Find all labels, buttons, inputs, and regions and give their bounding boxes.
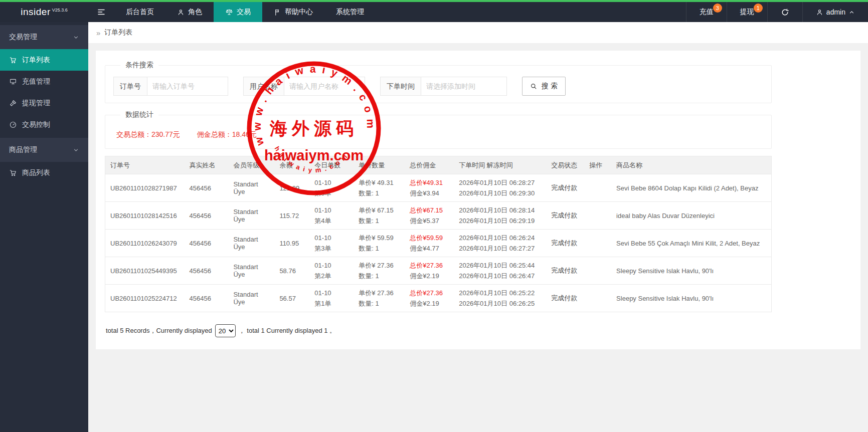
col-real-name: 真实姓名 <box>184 156 228 174</box>
withdraw-badge: 1 <box>754 4 763 13</box>
cell-balance: 110.95 <box>274 230 309 257</box>
sidebar-group-product-management[interactable]: 商品管理 <box>0 138 88 162</box>
user-menu[interactable]: admin <box>802 2 868 22</box>
col-today-orders: 今日单数 <box>309 156 354 174</box>
cell-member-level: Standart Üye <box>228 230 274 257</box>
pagination-suffix: ， total 1 Currently displayed 1 。 <box>239 326 336 335</box>
order-no-input[interactable] <box>147 77 228 96</box>
cell-total-commission: 总价¥49.31佣金¥3.94 <box>405 174 454 202</box>
chevron-down-icon <box>73 34 79 41</box>
cell-actions <box>584 174 611 202</box>
page-size-select[interactable]: 20 <box>215 324 236 337</box>
recharge-button[interactable]: 充值 3 <box>686 2 727 22</box>
cell-member-level: Standart Üye <box>228 174 274 202</box>
top-nav: 后台首页 角色 交易 帮助中心 系统管理 <box>114 2 376 22</box>
user-name-field-label: 用户名称 <box>243 77 284 96</box>
cell-real-name: 456456 <box>184 285 228 312</box>
cell-times: 2026年01月10日 06:28:142026年01月10日 06:29:19 <box>454 202 546 230</box>
pagination: total 5 Records，Currently displayed 20 ，… <box>105 324 772 337</box>
cell-times: 2026年01月10日 06:25:442026年01月10日 06:26:47 <box>454 257 546 285</box>
nav-dashboard-label: 后台首页 <box>126 8 154 17</box>
sidebar-item-label: 商品列表 <box>22 168 50 177</box>
table-row: UB2601101026243079 456456 Standart Üye 1… <box>105 230 772 257</box>
cell-actions <box>584 257 611 285</box>
cell-real-name: 456456 <box>184 174 228 202</box>
sidebar-item-order-list[interactable]: 订单列表 <box>0 49 88 71</box>
collapse-menu-button[interactable] <box>88 2 114 22</box>
search-panel-legend: 条件搜索 <box>120 61 158 70</box>
breadcrumb: » 订单列表 <box>88 22 868 44</box>
cell-product-name: Sleepy Sensitive Islak Havlu, 90'lı <box>611 257 771 285</box>
gauge-icon <box>9 121 17 129</box>
col-unit-qty: 单价数量 <box>354 156 405 174</box>
col-balance: 余额 <box>274 156 309 174</box>
cell-real-name: 456456 <box>184 257 228 285</box>
sidebar-group-trade-management[interactable]: 交易管理 <box>0 25 88 49</box>
cell-total-commission: 总价¥27.36佣金¥2.19 <box>405 285 454 312</box>
sidebar-item-label: 订单列表 <box>22 56 50 65</box>
nav-help-center[interactable]: 帮助中心 <box>262 2 324 22</box>
cell-total-commission: 总价¥27.36佣金¥2.19 <box>405 257 454 285</box>
recharge-badge: 3 <box>713 4 722 13</box>
search-icon <box>530 83 538 90</box>
order-time-input[interactable] <box>421 77 507 96</box>
withdraw-button[interactable]: 提现 1 <box>727 2 767 22</box>
recharge-label: 充值 <box>700 8 714 17</box>
cell-today-orders: 01-10第1单 <box>309 285 354 312</box>
user-name-field-group: 用户名称 <box>243 77 365 96</box>
cell-balance: 115.72 <box>274 202 309 230</box>
search-button[interactable]: 搜 索 <box>522 77 566 96</box>
cell-status: 完成付款 <box>546 285 584 312</box>
nav-trade[interactable]: 交易 <box>214 2 262 22</box>
total-trade-amount: 交易总额：230.77元 <box>116 130 180 139</box>
cell-status: 完成付款 <box>546 257 584 285</box>
scales-icon <box>225 8 233 16</box>
gavel-icon <box>9 99 17 107</box>
sidebar-item-recharge-management[interactable]: 充值管理 <box>0 71 88 92</box>
sidebar-item-withdraw-management[interactable]: 提现管理 <box>0 92 88 114</box>
total-commission-amount: 佣金总额：18.46元 <box>197 130 257 139</box>
table-header-row: 订单号 真实姓名 会员等级 余额 今日单数 单价数量 总价佣金 下单时间 解冻时… <box>105 156 772 174</box>
cell-member-level: Standart Üye <box>228 257 274 285</box>
cart-icon <box>9 56 17 64</box>
user-icon <box>177 9 185 16</box>
nav-system[interactable]: 系统管理 <box>324 2 376 22</box>
app-logo: insider V25.3.6 <box>0 2 88 22</box>
sidebar-item-trade-control[interactable]: 交易控制 <box>0 114 88 135</box>
cell-status: 完成付款 <box>546 230 584 257</box>
page-title: 订单列表 <box>104 28 132 37</box>
cell-unit-qty: 单价¥ 59.59数量: 1 <box>354 230 405 257</box>
refresh-button[interactable] <box>767 2 802 22</box>
nav-roles[interactable]: 角色 <box>165 2 214 22</box>
order-time-field-label: 下单时间 <box>380 77 421 96</box>
cell-status: 完成付款 <box>546 174 584 202</box>
table-row: UB2601101028142516 456456 Standart Üye 1… <box>105 202 772 230</box>
cell-times: 2026年01月10日 06:28:272026年01月10日 06:29:30 <box>454 174 546 202</box>
user-name: admin <box>826 8 845 16</box>
col-times: 下单时间 解冻时间 <box>454 156 546 174</box>
chevron-up-icon <box>848 9 855 16</box>
col-product-name: 商品名称 <box>611 156 771 174</box>
cell-unit-qty: 单价¥ 27.36数量: 1 <box>354 257 405 285</box>
order-no-field-group: 订单号 <box>113 77 228 96</box>
cell-today-orders: 01-10第4单 <box>309 202 354 230</box>
table-row: UB2601101025224712 456456 Standart Üye 5… <box>105 285 772 312</box>
col-actions: 操作 <box>584 156 611 174</box>
orders-table: 订单号 真实姓名 会员等级 余额 今日单数 单价数量 总价佣金 下单时间 解冻时… <box>105 156 772 312</box>
user-name-input[interactable] <box>284 77 365 96</box>
main-content: » 订单列表 条件搜索 订单号 用户名称 下单时间 <box>88 22 868 432</box>
cell-order-no: UB2601101026243079 <box>105 230 185 257</box>
topbar-right: 充值 3 提现 1 admin <box>686 2 868 22</box>
cell-status: 完成付款 <box>546 202 584 230</box>
order-time-field-group: 下单时间 <box>380 77 507 96</box>
sidebar-item-label: 交易控制 <box>22 120 50 129</box>
app-name: insider <box>21 7 50 18</box>
cell-order-no: UB2601101025449395 <box>105 257 185 285</box>
cell-balance: 58.76 <box>274 257 309 285</box>
cell-today-orders: 01-10第5单 <box>309 174 354 202</box>
sidebar-item-product-list[interactable]: 商品列表 <box>0 162 88 183</box>
cell-real-name: 456456 <box>184 230 228 257</box>
sidebar: 交易管理 订单列表 充值管理 提现管理 交易控制 商品管理 <box>0 22 88 432</box>
col-order-no: 订单号 <box>105 156 185 174</box>
nav-dashboard[interactable]: 后台首页 <box>114 2 165 22</box>
